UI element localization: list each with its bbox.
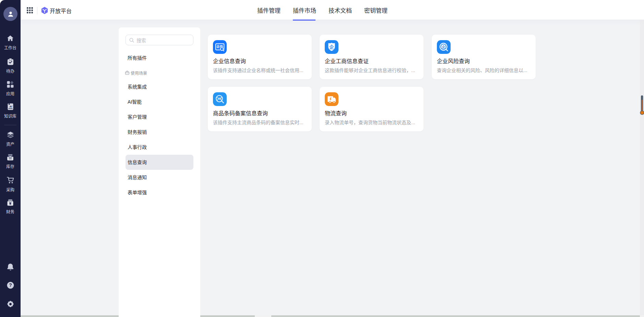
svg-text:?: ? <box>9 282 12 288</box>
svg-text:AI: AI <box>9 105 12 108</box>
svg-text:企: 企 <box>329 44 334 50</box>
svg-text:企: 企 <box>216 45 220 48</box>
svg-text:企: 企 <box>442 45 445 49</box>
